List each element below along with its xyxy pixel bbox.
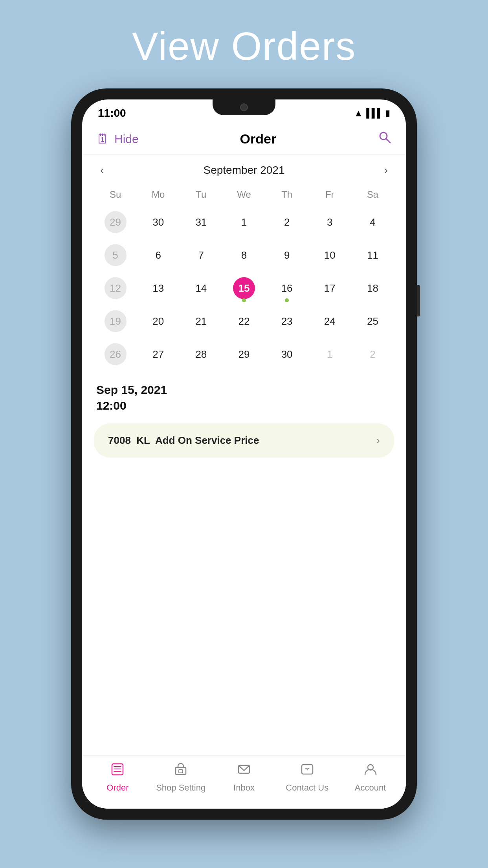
day-number: 17 [319, 277, 341, 299]
day-number: 2 [361, 343, 383, 365]
day-number: 28 [190, 343, 212, 365]
day-number: 6 [147, 244, 169, 266]
battery-icon: ▮ [385, 108, 390, 118]
day-number: 7 [190, 244, 212, 266]
header-title: Order [240, 131, 277, 147]
day-number: 24 [319, 310, 341, 332]
calendar-day-9[interactable]: 9 [266, 239, 308, 271]
search-button[interactable] [378, 130, 392, 148]
calendar-day-31[interactable]: 31 [180, 206, 222, 238]
day-number: 31 [190, 211, 212, 233]
calendar-day-1[interactable]: 1 [222, 206, 265, 238]
order-nav-icon [110, 762, 125, 780]
weekday-sa: Sa [351, 186, 394, 203]
shop-setting-nav-icon [173, 762, 188, 780]
calendar-day-14[interactable]: 14 [180, 272, 222, 304]
calendar-day-29[interactable]: 29 [94, 206, 137, 238]
calendar-day-26[interactable]: 26 [94, 338, 137, 370]
nav-item-account[interactable]: Account [345, 762, 396, 793]
calendar-day-8[interactable]: 8 [222, 239, 265, 271]
selected-time-label: 12:00 [96, 399, 392, 412]
wifi-icon: ▲ [354, 108, 363, 119]
day-number: 10 [319, 244, 341, 266]
day-number: 26 [105, 343, 127, 365]
calendar-day-24[interactable]: 24 [308, 305, 351, 337]
calendar-day-11[interactable]: 11 [351, 239, 394, 271]
calendar-day-17[interactable]: 17 [308, 272, 351, 304]
calendar-day-30[interactable]: 30 [137, 206, 180, 238]
calendar-day-23[interactable]: 23 [266, 305, 308, 337]
calendar-month-label: September 2021 [203, 164, 284, 177]
next-month-button[interactable]: › [378, 162, 394, 178]
content-spacer [82, 464, 406, 755]
header: 🗓 Hide Order [82, 123, 406, 154]
date-info: Sep 15, 2021 12:00 [82, 374, 406, 417]
calendar-day-20[interactable]: 20 [137, 305, 180, 337]
calendar-day-28[interactable]: 28 [180, 338, 222, 370]
day-number: 21 [190, 310, 212, 332]
calendar-day-27[interactable]: 27 [137, 338, 180, 370]
phone-camera [240, 103, 248, 111]
day-number: 22 [233, 310, 255, 332]
day-dot-indicator [285, 298, 289, 302]
calendar-day-21[interactable]: 21 [180, 305, 222, 337]
calendar-day-30[interactable]: 30 [266, 338, 308, 370]
day-number: 20 [147, 310, 169, 332]
calendar-day-18[interactable]: 18 [351, 272, 394, 304]
calendar-day-10[interactable]: 10 [308, 239, 351, 271]
day-number: 2 [276, 211, 298, 233]
calendar-day-2[interactable]: 2 [351, 338, 394, 370]
hide-button[interactable]: Hide [114, 132, 139, 146]
nav-item-shop-setting[interactable]: Shop Setting [155, 762, 206, 793]
day-number: 15 [233, 277, 255, 299]
calendar-day-19[interactable]: 19 [94, 305, 137, 337]
nav-item-order[interactable]: Order [92, 762, 143, 793]
day-number: 12 [105, 277, 127, 299]
calendar-day-12[interactable]: 12 [94, 272, 137, 304]
weekday-th: Th [266, 186, 308, 203]
status-icons: ▲ ▌▌▌ ▮ [354, 108, 390, 119]
bottom-nav: Order Shop Setting [82, 755, 406, 809]
calendar-day-4[interactable]: 4 [351, 206, 394, 238]
day-number: 14 [190, 277, 212, 299]
inbox-nav-icon [237, 762, 251, 780]
nav-item-contact-us[interactable]: Contact Us [282, 762, 333, 793]
prev-month-button[interactable]: ‹ [94, 162, 110, 178]
calendar-nav: ‹ September 2021 › [94, 162, 394, 178]
status-time: 11:00 [98, 107, 126, 120]
day-number: 4 [361, 211, 383, 233]
calendar-icon[interactable]: 🗓 [96, 131, 110, 147]
day-number: 30 [147, 211, 169, 233]
day-number: 23 [276, 310, 298, 332]
calendar-weekdays: Su Mo Tu We Th Fr Sa [94, 186, 394, 203]
svg-rect-6 [176, 767, 186, 774]
calendar-day-13[interactable]: 13 [137, 272, 180, 304]
signal-icon: ▌▌▌ [366, 108, 382, 118]
calendar-day-7[interactable]: 7 [180, 239, 222, 271]
calendar-day-15[interactable]: 15 [222, 272, 265, 304]
calendar-day-6[interactable]: 6 [137, 239, 180, 271]
day-number: 1 [319, 343, 341, 365]
svg-rect-7 [179, 770, 183, 773]
weekday-we: We [222, 186, 265, 203]
order-item[interactable]: 7008 KL Add On Service Price › [94, 423, 394, 458]
page-title: View Orders [132, 24, 356, 69]
day-number: 18 [361, 277, 383, 299]
calendar-day-25[interactable]: 25 [351, 305, 394, 337]
calendar-day-16[interactable]: 16 [266, 272, 308, 304]
calendar-day-5[interactable]: 5 [94, 239, 137, 271]
calendar-day-3[interactable]: 3 [308, 206, 351, 238]
day-number: 8 [233, 244, 255, 266]
svg-point-10 [306, 769, 308, 771]
phone-notch [213, 99, 275, 115]
calendar-day-22[interactable]: 22 [222, 305, 265, 337]
contact-us-nav-icon [300, 762, 315, 780]
day-number: 16 [276, 277, 298, 299]
calendar-day-2[interactable]: 2 [266, 206, 308, 238]
calendar-day-29[interactable]: 29 [222, 338, 265, 370]
day-number: 1 [233, 211, 255, 233]
calendar-day-1[interactable]: 1 [308, 338, 351, 370]
nav-item-inbox[interactable]: Inbox [218, 762, 270, 793]
weekday-fr: Fr [308, 186, 351, 203]
day-number: 3 [319, 211, 341, 233]
